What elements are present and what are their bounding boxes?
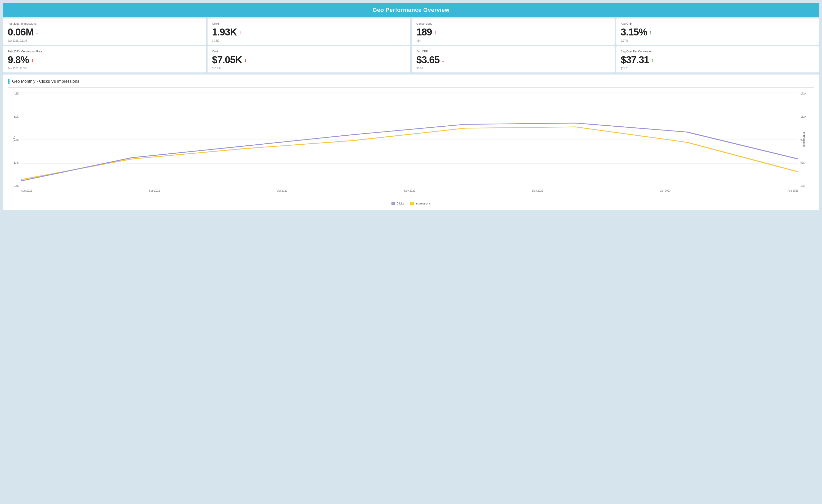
legend-impressions-icon: ✓ bbox=[410, 202, 414, 205]
metric-avg-ctr-value: 3.15% bbox=[621, 27, 647, 38]
metric-conversions-trend-icon: ↓ bbox=[434, 30, 437, 35]
x-label-0: Aug 2022 bbox=[21, 189, 32, 192]
x-label-4: Dec 2022 bbox=[532, 189, 543, 192]
legend-impressions-label: Impressions bbox=[415, 202, 431, 205]
y-left-label-3: 1.4K bbox=[14, 161, 19, 164]
y-left-label-0: 4.1K bbox=[14, 92, 19, 95]
metric-cost-trend-icon: ↓ bbox=[244, 57, 247, 63]
legend-clicks-label: Clicks bbox=[397, 202, 404, 205]
metric-conversion-rate-trend-icon: ↓ bbox=[31, 57, 34, 63]
x-label-5: Jan 2023 bbox=[660, 189, 671, 192]
y-axis-right-title: Impressions bbox=[802, 132, 806, 147]
metric-conversion-rate: Feb 2023: Conversion Rate 9.8% ↓ Jan 202… bbox=[3, 46, 206, 72]
chart-svg bbox=[21, 92, 798, 187]
x-label-2: Oct 2022 bbox=[277, 189, 288, 192]
y-left-label-1: 3.2K bbox=[14, 115, 19, 118]
metric-cost-value: $7.05K bbox=[212, 54, 242, 65]
chart-inner: Clicks Impressions bbox=[21, 92, 798, 187]
y-right-label-4: 12K bbox=[800, 184, 805, 187]
metric-clicks: Clicks 1.93K ↓ 3.36K bbox=[208, 18, 410, 45]
metric-conversion-rate-value-row: 9.8% ↓ bbox=[8, 54, 201, 65]
legend-impressions: ✓ Impressions bbox=[410, 202, 431, 205]
metric-impressions: Feb 2023: Impressions 0.06M ↓ Jan 2023: … bbox=[3, 18, 206, 45]
metrics-row-2: Feb 2023: Conversion Rate 9.8% ↓ Jan 202… bbox=[3, 46, 819, 72]
y-right-label-1: 132K bbox=[800, 115, 806, 118]
metric-impressions-value: 0.06M bbox=[8, 27, 34, 38]
metric-impressions-value-row: 0.06M ↓ bbox=[8, 27, 201, 38]
metric-cost-sub: $13.05K bbox=[212, 67, 406, 70]
metric-impressions-sub: Jan 2023: 0.11M bbox=[8, 39, 201, 42]
metric-cost: Cost $7.05K ↓ $13.05K bbox=[208, 46, 410, 72]
metric-clicks-trend-icon: ↓ bbox=[239, 30, 242, 35]
metric-avg-cpr-sub: $3.88 bbox=[416, 67, 610, 70]
x-label-1: Sep 2022 bbox=[149, 189, 160, 192]
metric-avg-cpr-trend-icon: ↓ bbox=[442, 57, 444, 63]
metric-avg-cpr: Avg CPR $3.65 ↓ $3.88 bbox=[412, 46, 615, 72]
y-left-label-4: 0.5K bbox=[14, 184, 19, 187]
y-right-label-0: 172K bbox=[800, 92, 806, 95]
metric-avg-cost-per-conversion-value: $37.31 bbox=[621, 54, 649, 65]
metric-avg-cost-per-conversion-sub: $31.51 bbox=[621, 67, 815, 70]
dashboard: Geo Performance Overview Feb 2023: Impre… bbox=[0, 0, 822, 213]
metric-clicks-sub: 3.36K bbox=[212, 39, 406, 42]
metric-impressions-trend-icon: ↓ bbox=[36, 30, 39, 35]
metric-conversion-rate-sub: Jan 2023: 12.3% bbox=[8, 67, 201, 70]
y-axis-left-title: Clicks bbox=[13, 136, 16, 143]
metric-clicks-label: Clicks bbox=[212, 22, 406, 25]
chart-container: 4.1K 3.2K 2.3K 1.4K 0.5K 172K 132K 92K 5… bbox=[8, 92, 814, 200]
x-label-3: Nov 2022 bbox=[404, 189, 415, 192]
metric-avg-cost-per-conversion-trend-icon: ↑ bbox=[651, 57, 654, 63]
y-axis-right: 172K 132K 92K 52K 12K bbox=[799, 92, 814, 187]
metric-conversion-rate-label: Feb 2023: Conversion Rate bbox=[8, 50, 201, 53]
metric-conversions-value-row: 189 ↓ bbox=[416, 27, 610, 38]
chart-title-bar: Geo Monthly - Clicks Vs Impressions bbox=[8, 79, 814, 88]
metric-avg-cpr-value-row: $3.65 ↓ bbox=[416, 54, 610, 65]
impressions-line bbox=[21, 127, 798, 179]
metric-avg-ctr-value-row: 3.15% ↑ bbox=[621, 27, 815, 38]
metric-conversion-rate-value: 9.8% bbox=[8, 54, 29, 65]
legend-clicks-icon: ✓ bbox=[391, 202, 395, 205]
metrics-row-1: Feb 2023: Impressions 0.06M ↓ Jan 2023: … bbox=[3, 18, 819, 45]
metric-avg-cost-per-conversion-value-row: $37.31 ↑ bbox=[621, 54, 815, 65]
metric-avg-ctr-sub: 2.97% bbox=[621, 39, 815, 42]
chart-title-accent bbox=[8, 79, 9, 84]
metric-avg-cpr-value: $3.65 bbox=[416, 54, 439, 65]
metric-avg-cpr-label: Avg CPR bbox=[416, 50, 610, 53]
metric-avg-cost-per-conversion: Avg Cost Per Conversion $37.31 ↑ $31.51 bbox=[616, 46, 819, 72]
metric-conversions-label: Conversions bbox=[416, 22, 610, 25]
metric-conversions-value: 189 bbox=[416, 27, 432, 38]
chart-section: Geo Monthly - Clicks Vs Impressions 4.1K… bbox=[3, 74, 819, 210]
clicks-line bbox=[21, 123, 798, 181]
metric-avg-ctr-label: Avg CTR bbox=[621, 22, 815, 25]
page-title: Geo Performance Overview bbox=[3, 3, 819, 17]
metric-clicks-value: 1.93K bbox=[212, 27, 237, 38]
metric-cost-value-row: $7.05K ↓ bbox=[212, 54, 406, 65]
y-right-label-3: 52K bbox=[800, 161, 805, 164]
metric-conversions: Conversions 189 ↓ 414 bbox=[412, 18, 615, 45]
metric-clicks-value-row: 1.93K ↓ bbox=[212, 27, 406, 38]
metric-impressions-label: Feb 2023: Impressions bbox=[8, 22, 201, 25]
x-label-6: Feb 2023 bbox=[788, 189, 798, 192]
metric-conversions-sub: 414 bbox=[416, 39, 610, 42]
chart-title: Geo Monthly - Clicks Vs Impressions bbox=[12, 79, 79, 84]
metric-avg-ctr-trend-icon: ↑ bbox=[649, 30, 652, 35]
legend-clicks: ✓ Clicks bbox=[391, 202, 404, 205]
x-axis: Aug 2022 Sep 2022 Oct 2022 Nov 2022 Dec … bbox=[21, 187, 798, 200]
chart-legend: ✓ Clicks ✓ Impressions bbox=[8, 202, 814, 205]
metric-cost-label: Cost bbox=[212, 50, 406, 53]
metric-avg-ctr: Avg CTR 3.15% ↑ 2.97% bbox=[616, 18, 819, 45]
metric-avg-cost-per-conversion-label: Avg Cost Per Conversion bbox=[621, 50, 815, 53]
